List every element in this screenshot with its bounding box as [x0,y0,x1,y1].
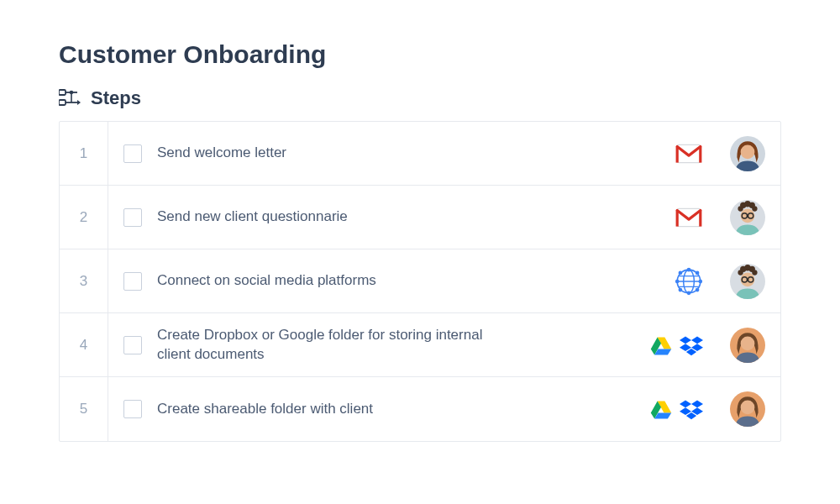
step-row: 2 Send new client questionnarie [60,186,780,249]
assignee-avatar[interactable] [730,328,765,363]
svg-point-30 [741,144,755,159]
step-number: 5 [60,377,108,441]
svg-point-52 [741,336,755,350]
step-checkbox[interactable] [123,144,142,163]
step-row: 3 Connect on social media platforms [60,249,780,313]
dropbox-icon [680,397,703,421]
dropbox-icon [680,333,703,357]
step-checkbox[interactable] [123,272,142,291]
assignee-avatar[interactable] [730,200,765,235]
svg-point-54 [741,401,755,415]
step-number: 4 [60,313,108,376]
svg-point-46 [744,265,750,270]
platform-icons [675,267,703,296]
step-label: Send new client questionnarie [157,207,348,227]
assignee-avatar[interactable] [730,264,765,299]
step-label: Connect on social media platforms [157,271,376,291]
step-checkbox[interactable] [123,400,142,418]
step-row: 4 Create Dropbox or Google folder for st… [60,313,780,377]
assignee-avatar[interactable] [730,391,765,427]
social-network-icon [675,267,703,296]
gmail-icon [675,139,703,168]
step-number: 3 [60,249,108,312]
section-label: Steps [91,87,141,109]
google-drive-icon [649,397,673,421]
svg-point-36 [744,201,750,207]
page-title: Customer Onboarding [59,40,781,69]
platform-icons [649,397,703,421]
step-label: Create Dropbox or Google folder for stor… [157,326,518,365]
step-row: 1 Send welcome letter [60,122,780,186]
step-checkbox[interactable] [123,208,142,227]
google-drive-icon [649,333,673,357]
step-label: Create shareable folder with client [157,400,373,419]
platform-icons [649,333,703,357]
gmail-icon [675,203,703,232]
step-checkbox[interactable] [123,336,142,354]
section-heading: Steps [59,87,781,109]
steps-icon [59,89,81,108]
step-label: Send welcome letter [157,144,286,163]
assignee-avatar[interactable] [730,136,765,171]
step-number: 1 [60,122,108,185]
steps-table: 1 Send welcome letter 2 Send new client … [59,121,781,442]
platform-icons [675,139,703,168]
step-number: 2 [60,186,108,249]
step-row: 5 Create shareable folder with client [60,377,780,441]
platform-icons [675,203,703,232]
